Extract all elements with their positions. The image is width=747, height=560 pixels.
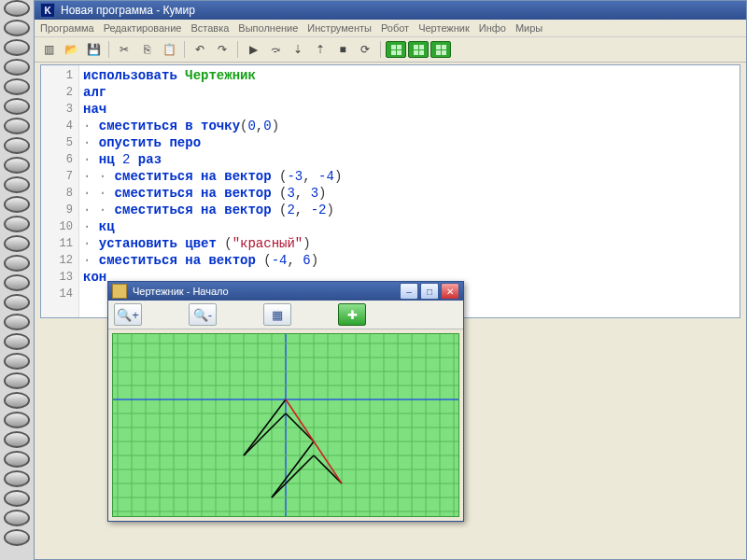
run-button[interactable]: ▶ (243, 39, 263, 60)
grid-button[interactable]: ▦ (263, 303, 291, 326)
new-file-button[interactable]: ▥ (38, 39, 59, 60)
layout-3-button[interactable] (430, 41, 451, 58)
code-area[interactable]: использовать Чертежникалгнач· сместиться… (79, 65, 345, 317)
menu-Робот[interactable]: Робот (381, 22, 409, 34)
zoom-in-button[interactable]: 🔍+ (114, 303, 142, 326)
menu-Инструменты[interactable]: Инструменты (307, 22, 372, 34)
copy-button[interactable]: ⎘ (136, 39, 157, 60)
menu-bar: ПрограммаРедактированиеВставкаВыполнение… (35, 20, 746, 37)
drawing-canvas[interactable] (112, 333, 459, 517)
menu-Выполнение[interactable]: Выполнение (238, 22, 298, 34)
menu-Инфо[interactable]: Инфо (479, 22, 506, 34)
step-out-button[interactable]: ⇡ (310, 39, 331, 60)
undo-button[interactable]: ↶ (190, 39, 210, 60)
paste-button[interactable]: 📋 (159, 39, 179, 60)
zoom-out-button[interactable]: 🔍- (189, 303, 217, 326)
code-line-11[interactable]: · установить цвет ("красный") (83, 235, 342, 252)
code-line-1[interactable]: использовать Чертежник (83, 67, 342, 84)
drawer-title: Чертежник - Начало (133, 286, 229, 297)
svg-line-42 (272, 455, 314, 497)
menu-Программа[interactable]: Программа (40, 22, 94, 34)
stop-button[interactable]: ■ (332, 39, 353, 60)
minimize-button[interactable]: – (400, 283, 418, 300)
menu-Вставка[interactable]: Вставка (190, 22, 229, 34)
maximize-button[interactable]: □ (420, 283, 439, 300)
canvas-svg (113, 334, 458, 516)
drawer-title-bar[interactable]: Чертежник - Начало – □ ✕ (108, 282, 463, 301)
center-button[interactable]: ✚ (338, 303, 366, 326)
app-window: K Новая программа - Кумир ПрограммаРедак… (34, 0, 747, 560)
reset-button[interactable]: ⟳ (355, 39, 375, 60)
notebook-spiral (0, 0, 34, 560)
menu-Чертежник[interactable]: Чертежник (418, 22, 470, 34)
step-into-button[interactable]: ⇣ (288, 39, 308, 60)
menu-Редактирование[interactable]: Редактирование (104, 22, 182, 34)
drawer-window[interactable]: Чертежник - Начало – □ ✕ 🔍+ 🔍- ▦ ✚ (107, 281, 464, 522)
drawer-toolbar: 🔍+ 🔍- ▦ ✚ (108, 301, 463, 329)
drawer-icon (112, 284, 127, 299)
code-line-4[interactable]: · сместиться в точку(0,0) (83, 118, 342, 134)
code-line-10[interactable]: · кц (83, 218, 342, 235)
window-title: Новая программа - Кумир (61, 4, 195, 17)
layout-2-button[interactable] (408, 41, 429, 58)
code-line-5[interactable]: · опустить перо (83, 134, 342, 151)
svg-line-39 (244, 413, 286, 455)
layout-1-button[interactable] (386, 41, 406, 58)
code-line-7[interactable]: · · сместиться на вектор (-3, -4) (83, 168, 342, 185)
code-line-6[interactable]: · нц 2 раз (83, 151, 342, 168)
save-file-button[interactable]: 💾 (83, 39, 104, 60)
main-toolbar: ▥📂💾✂⎘📋↶↷▶⤼⇣⇡■⟳ (35, 37, 746, 63)
app-icon: K (40, 3, 55, 18)
code-line-9[interactable]: · · сместиться на вектор (2, -2) (83, 202, 342, 218)
menu-Миры[interactable]: Миры (515, 22, 543, 34)
title-bar: K Новая программа - Кумир (35, 1, 746, 20)
cut-button[interactable]: ✂ (114, 39, 134, 60)
code-line-12[interactable]: · сместиться на вектор (-4, 6) (83, 252, 342, 269)
step-over-button[interactable]: ⤼ (265, 39, 286, 60)
code-line-2[interactable]: алг (83, 84, 342, 101)
code-line-8[interactable]: · · сместиться на вектор (3, 3) (83, 185, 342, 202)
code-line-3[interactable]: нач (83, 101, 342, 118)
open-file-button[interactable]: 📂 (61, 39, 81, 60)
line-gutter: 1234567891011121314 (41, 65, 79, 317)
close-button[interactable]: ✕ (441, 283, 459, 300)
redo-button[interactable]: ↷ (212, 39, 233, 60)
canvas-wrap (108, 329, 463, 521)
